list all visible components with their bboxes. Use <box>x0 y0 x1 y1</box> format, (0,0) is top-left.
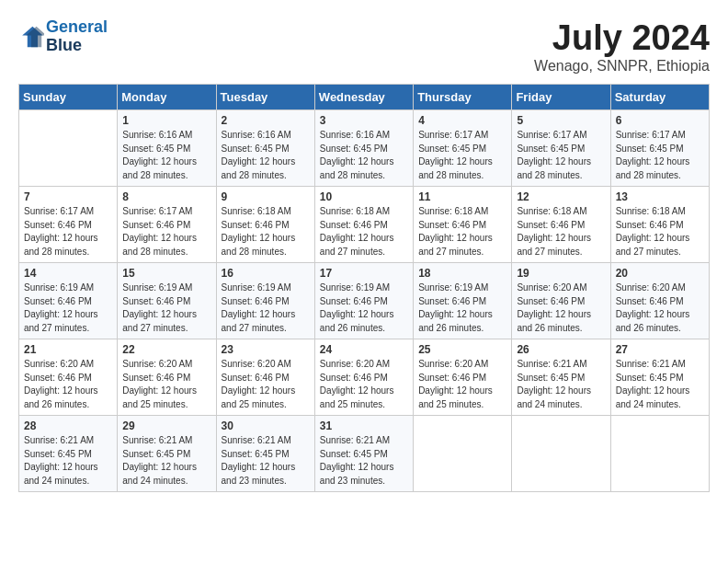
month-title: July 2024 <box>534 18 710 58</box>
day-info: Sunrise: 6:17 AMSunset: 6:46 PMDaylight:… <box>24 205 112 259</box>
calendar-cell: 18Sunrise: 6:19 AMSunset: 6:46 PMDayligh… <box>414 263 512 339</box>
calendar-cell: 6Sunrise: 6:17 AMSunset: 6:45 PMDaylight… <box>610 110 709 187</box>
day-number: 25 <box>418 343 506 356</box>
day-info: Sunrise: 6:19 AMSunset: 6:46 PMDaylight:… <box>320 282 408 335</box>
day-info: Sunrise: 6:20 AMSunset: 6:46 PMDaylight:… <box>24 358 112 411</box>
calendar-cell: 13Sunrise: 6:18 AMSunset: 6:46 PMDayligh… <box>610 187 709 263</box>
day-header-thursday: Thursday <box>414 85 512 110</box>
day-info: Sunrise: 6:20 AMSunset: 6:46 PMDaylight:… <box>320 358 408 411</box>
day-info: Sunrise: 6:18 AMSunset: 6:46 PMDaylight:… <box>616 205 704 259</box>
day-info: Sunrise: 6:18 AMSunset: 6:46 PMDaylight:… <box>517 205 605 259</box>
day-header-monday: Monday <box>118 85 216 110</box>
calendar-cell: 26Sunrise: 6:21 AMSunset: 6:45 PMDayligh… <box>512 339 610 416</box>
calendar-body: 1Sunrise: 6:16 AMSunset: 6:45 PMDaylight… <box>19 110 710 492</box>
calendar-cell: 17Sunrise: 6:19 AMSunset: 6:46 PMDayligh… <box>314 263 413 339</box>
day-number: 29 <box>122 419 210 432</box>
day-info: Sunrise: 6:17 AMSunset: 6:45 PMDaylight:… <box>517 129 605 182</box>
calendar-cell <box>19 110 118 187</box>
day-number: 9 <box>222 190 310 203</box>
day-info: Sunrise: 6:18 AMSunset: 6:46 PMDaylight:… <box>320 205 408 259</box>
calendar-cell: 31Sunrise: 6:21 AMSunset: 6:45 PMDayligh… <box>314 416 413 492</box>
calendar-cell: 2Sunrise: 6:16 AMSunset: 6:45 PMDaylight… <box>216 110 314 187</box>
day-number: 21 <box>24 343 112 356</box>
day-info: Sunrise: 6:21 AMSunset: 6:45 PMDaylight:… <box>320 434 408 488</box>
day-number: 16 <box>222 267 310 280</box>
day-number: 14 <box>24 267 112 280</box>
calendar-table: SundayMondayTuesdayWednesdayThursdayFrid… <box>18 84 710 492</box>
calendar-cell: 10Sunrise: 6:18 AMSunset: 6:46 PMDayligh… <box>314 187 413 263</box>
day-number: 28 <box>24 419 112 432</box>
day-number: 24 <box>320 343 408 356</box>
calendar-cell: 27Sunrise: 6:21 AMSunset: 6:45 PMDayligh… <box>610 339 709 416</box>
day-number: 6 <box>616 114 704 127</box>
day-info: Sunrise: 6:17 AMSunset: 6:45 PMDaylight:… <box>616 129 704 182</box>
day-number: 15 <box>122 267 210 280</box>
calendar-week-row: 28Sunrise: 6:21 AMSunset: 6:45 PMDayligh… <box>19 416 710 492</box>
day-info: Sunrise: 6:18 AMSunset: 6:46 PMDaylight:… <box>418 205 506 259</box>
page-header: GeneralBlue July 2024 Wenago, SNNPR, Eth… <box>18 18 710 75</box>
day-number: 1 <box>122 114 210 127</box>
day-info: Sunrise: 6:21 AMSunset: 6:45 PMDaylight:… <box>222 434 310 488</box>
calendar-cell: 30Sunrise: 6:21 AMSunset: 6:45 PMDayligh… <box>216 416 314 492</box>
logo-icon <box>18 24 44 50</box>
day-number: 5 <box>517 114 605 127</box>
calendar-cell: 20Sunrise: 6:20 AMSunset: 6:46 PMDayligh… <box>610 263 709 339</box>
day-number: 26 <box>517 343 605 356</box>
calendar-cell: 11Sunrise: 6:18 AMSunset: 6:46 PMDayligh… <box>414 187 512 263</box>
day-info: Sunrise: 6:21 AMSunset: 6:45 PMDaylight:… <box>24 434 112 488</box>
calendar-cell <box>610 416 709 492</box>
day-number: 19 <box>517 267 605 280</box>
day-header-wednesday: Wednesday <box>314 85 413 110</box>
calendar-cell: 9Sunrise: 6:18 AMSunset: 6:46 PMDaylight… <box>216 187 314 263</box>
day-number: 12 <box>517 190 605 203</box>
day-header-sunday: Sunday <box>19 85 118 110</box>
calendar-week-row: 1Sunrise: 6:16 AMSunset: 6:45 PMDaylight… <box>19 110 710 187</box>
day-number: 3 <box>320 114 408 127</box>
day-info: Sunrise: 6:17 AMSunset: 6:46 PMDaylight:… <box>122 205 210 259</box>
calendar-cell <box>414 416 512 492</box>
day-header-saturday: Saturday <box>610 85 709 110</box>
calendar-cell: 8Sunrise: 6:17 AMSunset: 6:46 PMDaylight… <box>118 187 216 263</box>
calendar-cell: 19Sunrise: 6:20 AMSunset: 6:46 PMDayligh… <box>512 263 610 339</box>
calendar-cell: 16Sunrise: 6:19 AMSunset: 6:46 PMDayligh… <box>216 263 314 339</box>
day-number: 20 <box>616 267 704 280</box>
day-info: Sunrise: 6:17 AMSunset: 6:45 PMDaylight:… <box>418 129 506 182</box>
day-info: Sunrise: 6:18 AMSunset: 6:46 PMDaylight:… <box>222 205 310 259</box>
day-number: 4 <box>418 114 506 127</box>
day-number: 17 <box>320 267 408 280</box>
day-number: 11 <box>418 190 506 203</box>
day-number: 31 <box>320 419 408 432</box>
calendar-cell: 15Sunrise: 6:19 AMSunset: 6:46 PMDayligh… <box>118 263 216 339</box>
day-info: Sunrise: 6:19 AMSunset: 6:46 PMDaylight:… <box>222 282 310 335</box>
calendar-cell: 5Sunrise: 6:17 AMSunset: 6:45 PMDaylight… <box>512 110 610 187</box>
day-info: Sunrise: 6:20 AMSunset: 6:46 PMDaylight:… <box>122 358 210 411</box>
calendar-cell: 23Sunrise: 6:20 AMSunset: 6:46 PMDayligh… <box>216 339 314 416</box>
day-header-friday: Friday <box>512 85 610 110</box>
calendar-cell: 28Sunrise: 6:21 AMSunset: 6:45 PMDayligh… <box>19 416 118 492</box>
day-number: 18 <box>418 267 506 280</box>
day-number: 2 <box>222 114 310 127</box>
day-info: Sunrise: 6:16 AMSunset: 6:45 PMDaylight:… <box>222 129 310 182</box>
day-number: 7 <box>24 190 112 203</box>
location: Wenago, SNNPR, Ethiopia <box>534 58 710 75</box>
calendar-header-row: SundayMondayTuesdayWednesdayThursdayFrid… <box>19 85 710 110</box>
day-info: Sunrise: 6:20 AMSunset: 6:46 PMDaylight:… <box>616 282 704 335</box>
day-info: Sunrise: 6:16 AMSunset: 6:45 PMDaylight:… <box>320 129 408 182</box>
calendar-cell: 1Sunrise: 6:16 AMSunset: 6:45 PMDaylight… <box>118 110 216 187</box>
day-info: Sunrise: 6:19 AMSunset: 6:46 PMDaylight:… <box>418 282 506 335</box>
calendar-cell: 7Sunrise: 6:17 AMSunset: 6:46 PMDaylight… <box>19 187 118 263</box>
calendar-cell: 22Sunrise: 6:20 AMSunset: 6:46 PMDayligh… <box>118 339 216 416</box>
day-info: Sunrise: 6:20 AMSunset: 6:46 PMDaylight:… <box>222 358 310 411</box>
day-info: Sunrise: 6:21 AMSunset: 6:45 PMDaylight:… <box>616 358 704 411</box>
calendar-cell: 21Sunrise: 6:20 AMSunset: 6:46 PMDayligh… <box>19 339 118 416</box>
day-info: Sunrise: 6:20 AMSunset: 6:46 PMDaylight:… <box>517 282 605 335</box>
calendar-week-row: 7Sunrise: 6:17 AMSunset: 6:46 PMDaylight… <box>19 187 710 263</box>
day-number: 22 <box>122 343 210 356</box>
day-header-tuesday: Tuesday <box>216 85 314 110</box>
day-info: Sunrise: 6:21 AMSunset: 6:45 PMDaylight:… <box>122 434 210 488</box>
day-number: 30 <box>222 419 310 432</box>
calendar-cell: 12Sunrise: 6:18 AMSunset: 6:46 PMDayligh… <box>512 187 610 263</box>
day-number: 27 <box>616 343 704 356</box>
day-number: 10 <box>320 190 408 203</box>
calendar-cell: 3Sunrise: 6:16 AMSunset: 6:45 PMDaylight… <box>314 110 413 187</box>
